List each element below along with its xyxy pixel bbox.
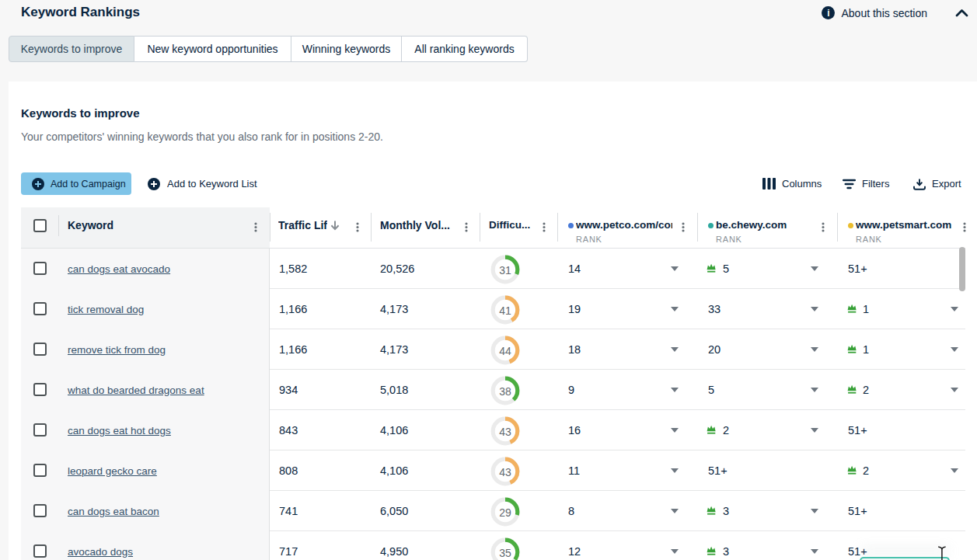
- svg-text:44: 44: [499, 345, 511, 357]
- svg-text:38: 38: [499, 385, 511, 398]
- svg-text:31: 31: [499, 264, 511, 277]
- svg-text:29: 29: [499, 506, 511, 519]
- svg-text:41: 41: [499, 304, 511, 317]
- svg-text:35: 35: [499, 547, 511, 559]
- svg-text:43: 43: [499, 466, 511, 478]
- svg-text:43: 43: [499, 426, 511, 438]
